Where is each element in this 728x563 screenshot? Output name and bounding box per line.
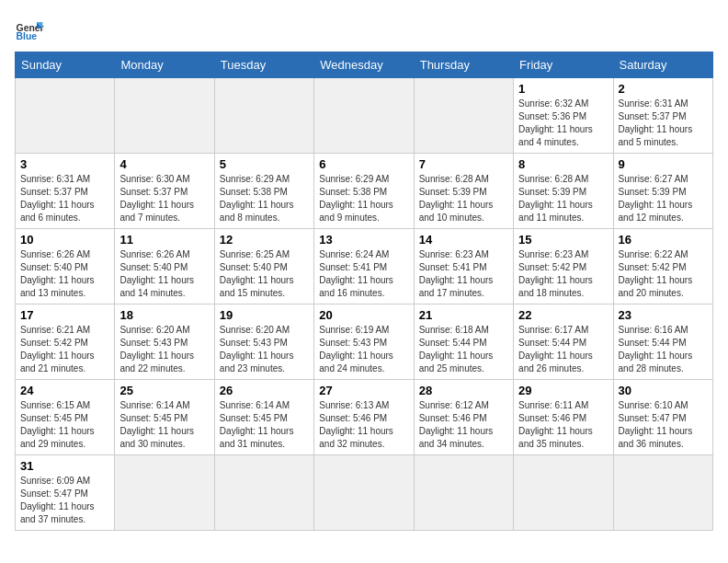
day-info: Sunrise: 6:21 AM Sunset: 5:42 PM Dayligh… [20, 324, 109, 375]
weekday-header-saturday: Saturday [613, 52, 712, 78]
calendar-cell: 14Sunrise: 6:23 AM Sunset: 5:41 PM Dayli… [414, 229, 513, 304]
page-header: General Blue [15, 15, 713, 44]
weekday-header-friday: Friday [514, 52, 613, 78]
svg-text:Blue: Blue [17, 31, 38, 41]
day-number: 18 [119, 308, 209, 322]
day-number: 28 [419, 384, 508, 397]
day-number: 30 [619, 384, 708, 397]
calendar-cell: 6Sunrise: 6:29 AM Sunset: 5:38 PM Daylig… [314, 154, 414, 229]
calendar-cell: 2Sunrise: 6:31 AM Sunset: 5:37 PM Daylig… [613, 78, 712, 154]
day-number: 4 [119, 157, 209, 171]
day-info: Sunrise: 6:11 AM Sunset: 5:46 PM Dayligh… [518, 399, 608, 451]
day-number: 23 [619, 308, 708, 322]
day-info: Sunrise: 6:09 AM Sunset: 5:47 PM Dayligh… [20, 475, 109, 526]
calendar-cell: 29Sunrise: 6:11 AM Sunset: 5:46 PM Dayli… [514, 380, 613, 455]
calendar-cell [214, 455, 313, 531]
calendar-table: SundayMondayTuesdayWednesdayThursdayFrid… [15, 52, 713, 531]
day-number: 11 [119, 233, 209, 247]
day-info: Sunrise: 6:24 AM Sunset: 5:41 PM Dayligh… [319, 248, 408, 300]
calendar-cell [414, 78, 513, 154]
day-info: Sunrise: 6:26 AM Sunset: 5:40 PM Dayligh… [20, 248, 109, 300]
weekday-header-sunday: Sunday [16, 52, 115, 78]
calendar-cell: 24Sunrise: 6:15 AM Sunset: 5:45 PM Dayli… [16, 380, 115, 455]
calendar-cell: 12Sunrise: 6:25 AM Sunset: 5:40 PM Dayli… [214, 229, 313, 304]
day-info: Sunrise: 6:31 AM Sunset: 5:37 PM Dayligh… [619, 98, 708, 149]
calendar-cell: 3Sunrise: 6:31 AM Sunset: 5:37 PM Daylig… [16, 154, 115, 229]
day-number: 19 [220, 308, 309, 322]
calendar-cell: 18Sunrise: 6:20 AM Sunset: 5:43 PM Dayli… [115, 304, 214, 380]
day-number: 25 [119, 384, 209, 397]
calendar-cell: 19Sunrise: 6:20 AM Sunset: 5:43 PM Dayli… [214, 304, 313, 380]
calendar-cell [314, 455, 414, 531]
calendar-cell [214, 78, 313, 154]
calendar-cell: 10Sunrise: 6:26 AM Sunset: 5:40 PM Dayli… [16, 229, 115, 304]
day-number: 1 [518, 82, 608, 96]
logo: General Blue [15, 15, 44, 44]
day-info: Sunrise: 6:23 AM Sunset: 5:41 PM Dayligh… [419, 248, 508, 300]
calendar-cell: 5Sunrise: 6:29 AM Sunset: 5:38 PM Daylig… [214, 154, 313, 229]
calendar-cell: 28Sunrise: 6:12 AM Sunset: 5:46 PM Dayli… [414, 380, 513, 455]
day-info: Sunrise: 6:20 AM Sunset: 5:43 PM Dayligh… [220, 324, 309, 375]
day-number: 8 [518, 157, 608, 171]
day-number: 17 [20, 308, 109, 322]
day-number: 3 [20, 157, 109, 171]
day-info: Sunrise: 6:12 AM Sunset: 5:46 PM Dayligh… [419, 399, 508, 451]
calendar-cell: 21Sunrise: 6:18 AM Sunset: 5:44 PM Dayli… [414, 304, 513, 380]
day-number: 27 [319, 384, 408, 397]
day-number: 29 [518, 384, 608, 397]
calendar-cell: 26Sunrise: 6:14 AM Sunset: 5:45 PM Dayli… [214, 380, 313, 455]
calendar-cell: 4Sunrise: 6:30 AM Sunset: 5:37 PM Daylig… [115, 154, 214, 229]
day-info: Sunrise: 6:29 AM Sunset: 5:38 PM Dayligh… [220, 173, 309, 224]
day-info: Sunrise: 6:15 AM Sunset: 5:45 PM Dayligh… [20, 399, 109, 451]
day-number: 9 [619, 157, 708, 171]
day-info: Sunrise: 6:14 AM Sunset: 5:45 PM Dayligh… [119, 399, 209, 451]
day-info: Sunrise: 6:19 AM Sunset: 5:43 PM Dayligh… [319, 324, 408, 375]
day-number: 20 [319, 308, 408, 322]
calendar-cell: 31Sunrise: 6:09 AM Sunset: 5:47 PM Dayli… [16, 455, 115, 531]
calendar-cell: 8Sunrise: 6:28 AM Sunset: 5:39 PM Daylig… [514, 154, 613, 229]
day-number: 6 [319, 157, 408, 171]
calendar-cell: 9Sunrise: 6:27 AM Sunset: 5:39 PM Daylig… [613, 154, 712, 229]
day-info: Sunrise: 6:28 AM Sunset: 5:39 PM Dayligh… [518, 173, 608, 224]
day-number: 24 [20, 384, 109, 397]
calendar-cell: 17Sunrise: 6:21 AM Sunset: 5:42 PM Dayli… [16, 304, 115, 380]
calendar-cell: 15Sunrise: 6:23 AM Sunset: 5:42 PM Dayli… [514, 229, 613, 304]
day-info: Sunrise: 6:16 AM Sunset: 5:44 PM Dayligh… [619, 324, 708, 375]
day-number: 7 [419, 157, 508, 171]
day-info: Sunrise: 6:25 AM Sunset: 5:40 PM Dayligh… [220, 248, 309, 300]
calendar-cell [613, 455, 712, 531]
calendar-cell: 11Sunrise: 6:26 AM Sunset: 5:40 PM Dayli… [115, 229, 214, 304]
day-info: Sunrise: 6:22 AM Sunset: 5:42 PM Dayligh… [619, 248, 708, 300]
day-number: 13 [319, 233, 408, 247]
day-info: Sunrise: 6:10 AM Sunset: 5:47 PM Dayligh… [619, 399, 708, 451]
day-number: 2 [619, 82, 708, 96]
day-info: Sunrise: 6:30 AM Sunset: 5:37 PM Dayligh… [119, 173, 209, 224]
calendar-cell: 30Sunrise: 6:10 AM Sunset: 5:47 PM Dayli… [613, 380, 712, 455]
weekday-header-tuesday: Tuesday [214, 52, 313, 78]
calendar-cell [314, 78, 414, 154]
day-number: 16 [619, 233, 708, 247]
day-info: Sunrise: 6:29 AM Sunset: 5:38 PM Dayligh… [319, 173, 408, 224]
day-info: Sunrise: 6:13 AM Sunset: 5:46 PM Dayligh… [319, 399, 408, 451]
day-info: Sunrise: 6:14 AM Sunset: 5:45 PM Dayligh… [220, 399, 309, 451]
day-info: Sunrise: 6:31 AM Sunset: 5:37 PM Dayligh… [20, 173, 109, 224]
day-info: Sunrise: 6:20 AM Sunset: 5:43 PM Dayligh… [119, 324, 209, 375]
calendar-cell: 16Sunrise: 6:22 AM Sunset: 5:42 PM Dayli… [613, 229, 712, 304]
weekday-header-wednesday: Wednesday [314, 52, 414, 78]
day-number: 15 [518, 233, 608, 247]
calendar-cell: 13Sunrise: 6:24 AM Sunset: 5:41 PM Dayli… [314, 229, 414, 304]
weekday-header-monday: Monday [115, 52, 214, 78]
day-info: Sunrise: 6:17 AM Sunset: 5:44 PM Dayligh… [518, 324, 608, 375]
day-number: 26 [220, 384, 309, 397]
calendar-cell: 25Sunrise: 6:14 AM Sunset: 5:45 PM Dayli… [115, 380, 214, 455]
calendar-cell: 23Sunrise: 6:16 AM Sunset: 5:44 PM Dayli… [613, 304, 712, 380]
day-info: Sunrise: 6:18 AM Sunset: 5:44 PM Dayligh… [419, 324, 508, 375]
day-info: Sunrise: 6:32 AM Sunset: 5:36 PM Dayligh… [518, 98, 608, 149]
day-info: Sunrise: 6:23 AM Sunset: 5:42 PM Dayligh… [518, 248, 608, 300]
day-number: 21 [419, 308, 508, 322]
calendar-cell: 22Sunrise: 6:17 AM Sunset: 5:44 PM Dayli… [514, 304, 613, 380]
day-number: 14 [419, 233, 508, 247]
calendar-cell [115, 78, 214, 154]
calendar-cell: 1Sunrise: 6:32 AM Sunset: 5:36 PM Daylig… [514, 78, 613, 154]
day-info: Sunrise: 6:27 AM Sunset: 5:39 PM Dayligh… [619, 173, 708, 224]
